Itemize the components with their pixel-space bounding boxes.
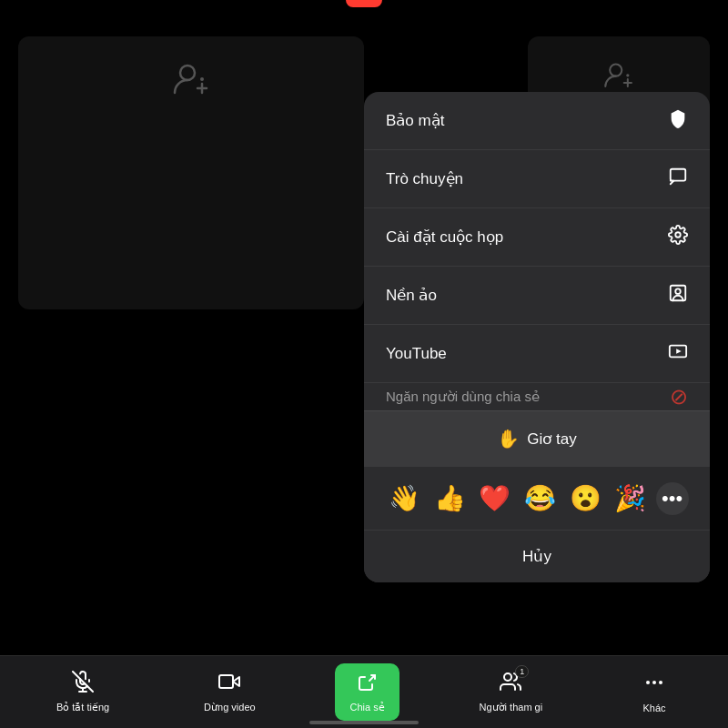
add-person-icon-left (171, 58, 211, 106)
emoji-heart[interactable]: ❤️ (475, 480, 514, 517)
top-notification (346, 0, 382, 7)
share-button[interactable]: Chia sẻ (335, 663, 399, 721)
emoji-clap[interactable]: 👋 (385, 480, 424, 517)
svg-point-21 (646, 681, 650, 684)
share-label: Chia sẻ (349, 702, 384, 713)
svg-point-23 (659, 681, 662, 684)
shield-icon (668, 108, 688, 133)
more-emoji-button[interactable]: ••• (656, 482, 689, 515)
emoji-row: 👋 👍 ❤️ 😂 😮 🎉 ••• (364, 466, 710, 530)
svg-point-4 (610, 65, 622, 76)
cancel-label: Hủy (522, 547, 551, 566)
video-button[interactable]: Dừng video (189, 663, 270, 721)
raise-hand-emoji: ✋ (497, 428, 520, 450)
svg-rect-18 (219, 675, 233, 688)
dots-icon (643, 672, 665, 699)
participants-badge: 1 (515, 665, 529, 678)
video-tile-left (18, 36, 364, 309)
svg-point-3 (200, 77, 204, 81)
circle-slash-icon: ⊘ (670, 384, 688, 410)
menu-item-chat[interactable]: Trò chuyện (364, 150, 710, 208)
menu-item-virtual-bg[interactable]: Nền ảo (364, 267, 710, 325)
chat-icon (668, 167, 688, 191)
menu-item-security[interactable]: Bảo mật (364, 92, 710, 150)
emoji-wow[interactable]: 😮 (566, 480, 605, 517)
svg-marker-17 (233, 677, 239, 686)
participants-label: Người tham gi (480, 702, 543, 713)
menu-item-partial-label: Ngăn người dùng chia sẻ (386, 389, 540, 405)
emoji-laugh[interactable]: 😂 (521, 480, 560, 517)
menu-list: Bảo mật Trò chuyện Cà (364, 92, 710, 410)
svg-point-20 (504, 673, 511, 681)
mute-label: Bỏ tắt tiếng (56, 702, 109, 713)
people-icon: 1 (500, 671, 521, 698)
svg-point-11 (675, 288, 681, 294)
gear-icon (668, 225, 688, 249)
raise-hand-button[interactable]: ✋ Giơ tay (364, 410, 710, 466)
menu-item-virtual-bg-label: Nền ảo (386, 286, 437, 305)
video-area: Bảo mật Trò chuyện Cà (0, 0, 728, 655)
overlay-panel: Bảo mật Trò chuyện Cà (364, 92, 710, 582)
raise-hand-label: Giơ tay (527, 430, 576, 449)
svg-point-7 (626, 74, 629, 76)
svg-point-22 (652, 681, 656, 684)
bottom-toolbar: Bỏ tắt tiếng Dừng video Chia sẻ (0, 655, 728, 728)
svg-point-0 (180, 66, 195, 80)
svg-rect-8 (671, 169, 686, 181)
more-label: Khác (642, 703, 665, 713)
svg-marker-13 (676, 349, 682, 354)
menu-item-chat-label: Trò chuyện (386, 169, 463, 188)
cancel-button[interactable]: Hủy (364, 530, 710, 582)
play-icon (668, 341, 688, 366)
share-icon (357, 671, 379, 698)
menu-item-youtube-label: YouTube (386, 345, 447, 363)
mic-off-icon (72, 671, 94, 698)
emoji-party[interactable]: 🎉 (611, 480, 650, 517)
participants-button[interactable]: 1 Người tham gi (465, 663, 558, 721)
portrait-icon (668, 283, 688, 308)
mute-button[interactable]: Bỏ tắt tiếng (42, 663, 124, 721)
svg-point-9 (675, 232, 681, 238)
home-indicator (309, 721, 419, 724)
menu-item-partial[interactable]: Ngăn người dùng chia sẻ ⊘ (364, 383, 710, 410)
menu-item-settings[interactable]: Cài đặt cuộc họp (364, 208, 710, 267)
menu-item-settings-label: Cài đặt cuộc họp (386, 228, 503, 247)
video-label: Dừng video (204, 702, 256, 713)
emoji-thumbsup[interactable]: 👍 (430, 480, 470, 517)
menu-item-youtube[interactable]: YouTube (364, 325, 710, 383)
menu-item-security-label: Bảo mật (386, 111, 444, 130)
more-button[interactable]: Khác (622, 664, 686, 721)
camera-icon (218, 671, 240, 698)
